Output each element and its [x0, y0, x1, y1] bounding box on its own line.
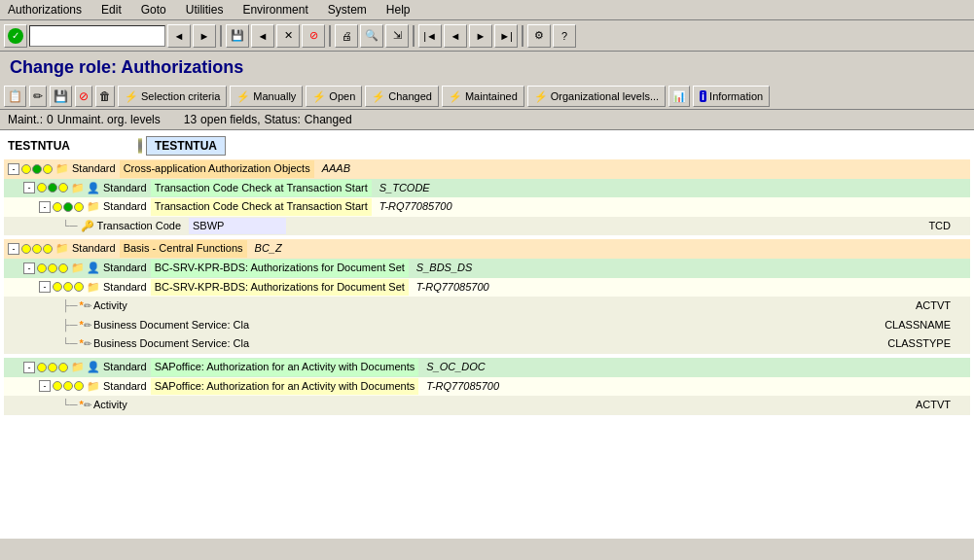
expand-icon[interactable]: - — [39, 380, 51, 392]
command-input[interactable] — [29, 25, 165, 47]
toolbar-small-icon5: 🗑 — [99, 89, 111, 103]
expand-icon[interactable]: - — [8, 163, 19, 175]
field-value[interactable]: SBWP — [189, 218, 286, 235]
tree-row[interactable]: - 📁 Standard Transaction Code Check at T… — [4, 197, 970, 217]
node-desc: BC-SRV-KPR-BDS: Authorizations for Docum… — [151, 260, 409, 277]
find-button[interactable]: 🔍 — [360, 24, 383, 48]
last-page-button[interactable]: ►| — [494, 24, 518, 48]
settings-button[interactable]: ⚙ — [527, 24, 551, 48]
tree-row[interactable]: - 📁 👤 Standard SAPoffice: Authorization … — [4, 358, 970, 377]
traffic-lights — [53, 381, 84, 391]
node-desc: SAPoffice: Authorization for an Activity… — [151, 359, 419, 376]
open-label: Open — [329, 90, 355, 102]
changed-button[interactable]: ⚡ Changed — [365, 86, 439, 107]
folder-icon: 📁 — [87, 279, 100, 297]
menu-system[interactable]: System — [324, 2, 371, 18]
selection-criteria-button[interactable]: ⚡ Selection criteria — [118, 86, 227, 107]
nav-right-button[interactable]: ► — [193, 24, 216, 48]
status-bar: Maint.: 0 Unmaint. org. levels 13 open f… — [0, 110, 974, 130]
expand-icon[interactable]: - — [23, 182, 35, 193]
expand-icon[interactable]: - — [39, 281, 51, 293]
folder-icon: 📁 — [55, 160, 69, 178]
check-button[interactable]: ✓ — [4, 24, 27, 48]
menu-goto[interactable]: Goto — [137, 2, 170, 18]
toolbar-icon-btn3[interactable]: 💾 — [50, 86, 72, 107]
save-button[interactable]: 💾 — [226, 24, 249, 48]
manually-icon: ⚡ — [236, 90, 250, 103]
toolbar-icon-btn2[interactable]: ✏ — [29, 86, 47, 107]
toolbar-icon-btn4[interactable]: ⊘ — [75, 86, 92, 107]
pencil-icon: ✏ — [84, 336, 91, 352]
separator-icon-btn[interactable]: 📊 — [668, 86, 690, 107]
toolbar-icon-btn5[interactable]: 🗑 — [95, 86, 115, 107]
menu-utilities[interactable]: Utilities — [182, 2, 228, 18]
menu-authorizations[interactable]: Authorizations — [4, 2, 86, 18]
expand-icon[interactable]: - — [23, 262, 35, 274]
node-code: BC_Z — [255, 240, 282, 258]
tree-row[interactable]: - 📁 Standard SAPoffice: Authorization fo… — [4, 377, 970, 397]
node-code: T-RQ77085700 — [416, 279, 489, 297]
information-button[interactable]: i Information — [693, 86, 770, 107]
changed-icon: ⚡ — [372, 90, 385, 103]
node-label: Standard — [72, 240, 116, 258]
field-row[interactable]: ├─ * ✏ Activity ACTVT — [4, 297, 970, 316]
prev-page-button[interactable]: ◄ — [444, 24, 467, 48]
node-label: Standard — [103, 180, 147, 197]
information-icon: i — [700, 90, 706, 102]
next-page-button[interactable]: ► — [469, 24, 492, 48]
open-icon: ⚡ — [312, 90, 326, 103]
open-count: 13 — [184, 113, 197, 126]
org-levels-button[interactable]: ⚡ Organizational levels... — [527, 86, 666, 107]
field-row[interactable]: └─ * ✏ Activity ACTVT — [4, 396, 970, 415]
menu-environment[interactable]: Environment — [238, 2, 311, 18]
toolbar-small-icon4: ⊘ — [79, 89, 89, 103]
expand-icon[interactable]: - — [39, 201, 51, 213]
field-label: Transaction Code — [97, 218, 181, 235]
cancel-button[interactable]: ⊘ — [302, 24, 325, 48]
traffic-lights — [21, 244, 53, 254]
find-next-button[interactable]: ⇲ — [385, 24, 409, 48]
menu-edit[interactable]: Edit — [97, 2, 126, 18]
traffic-lights — [37, 263, 68, 273]
folder-icon: 📁 — [71, 260, 85, 277]
field-connector: ├─ — [62, 298, 78, 315]
sep2 — [329, 25, 331, 47]
menu-help[interactable]: Help — [382, 2, 415, 18]
node-code: S_OC_DOC — [426, 359, 486, 376]
field-row[interactable]: └─ 🔑 Transaction Code SBWP TCD — [4, 217, 970, 236]
print-button[interactable]: 🖨 — [335, 24, 358, 48]
status-value: Changed — [305, 113, 352, 126]
first-page-button[interactable]: |◄ — [418, 24, 442, 48]
field-row[interactable]: └─ * ✏ Business Document Service: Cla CL… — [4, 334, 970, 354]
open-button[interactable]: ⚡ Open — [306, 86, 362, 107]
main-content: TESTNTUA TESTNTUA - 📁 Standard Cross-app… — [0, 130, 974, 539]
tree-row[interactable]: - 📁 Standard BC-SRV-KPR-BDS: Authorizati… — [4, 278, 970, 298]
back-button[interactable]: ◄ — [251, 24, 274, 48]
node-desc: BC-SRV-KPR-BDS: Authorizations for Docum… — [151, 279, 409, 297]
expand-icon[interactable]: - — [8, 243, 19, 255]
node-label: Standard — [103, 279, 147, 297]
org-levels-label: Organizational levels... — [551, 90, 659, 102]
field-row[interactable]: ├─ * ✏ Business Document Service: Cla CL… — [4, 316, 970, 335]
changed-label: Changed — [388, 90, 432, 102]
help-button[interactable]: ? — [553, 24, 576, 48]
btn-toolbar: 📋 ✏ 💾 ⊘ 🗑 ⚡ Selection criteria ⚡ Manuall… — [0, 84, 974, 110]
tree-row[interactable]: - 📁 👤 Standard BC-SRV-KPR-BDS: Authoriza… — [4, 259, 970, 278]
exit-button[interactable]: ✕ — [276, 24, 300, 48]
maintained-button[interactable]: ⚡ Maintained — [442, 86, 524, 107]
selection-criteria-label: Selection criteria — [141, 90, 220, 102]
tree-row[interactable]: - 📁 Standard Cross-application Authoriza… — [4, 159, 970, 179]
right-code: TCD — [928, 218, 970, 235]
traffic-lights-role — [138, 139, 142, 153]
manually-button[interactable]: ⚡ Manually — [230, 86, 303, 107]
tree-row[interactable]: - 📁 Standard Basis - Central Functions B… — [4, 239, 970, 259]
sep4 — [522, 25, 523, 47]
node-desc: Basis - Central Functions — [120, 240, 247, 258]
tree-row[interactable]: - 📁 👤 Standard Transaction Code Check at… — [4, 179, 970, 198]
node-desc: Transaction Code Check at Transaction St… — [151, 198, 372, 216]
toolbar-icon-btn1[interactable]: 📋 — [4, 86, 26, 107]
nav-left-button[interactable]: ◄ — [167, 24, 191, 48]
expand-icon[interactable]: - — [23, 362, 35, 373]
folder-icon: 📁 — [87, 198, 100, 216]
node-label: Standard — [103, 198, 147, 216]
